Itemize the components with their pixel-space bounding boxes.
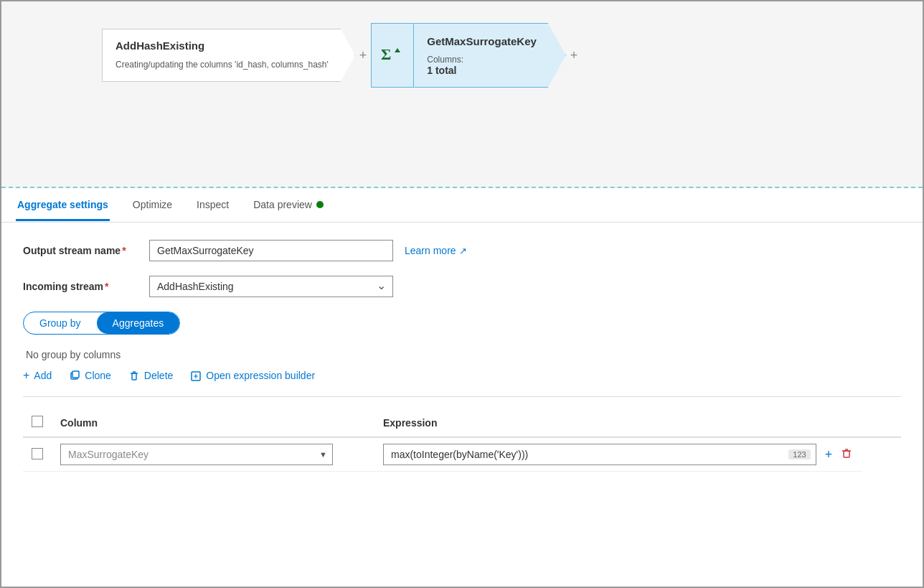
pipeline-nodes: AddHashExisting Creating/updating the co…	[102, 23, 582, 88]
open-builder-icon	[190, 369, 202, 382]
tab-optimize[interactable]: Optimize	[131, 190, 174, 221]
tab-inspect[interactable]: Inspect	[195, 190, 230, 221]
output-stream-input[interactable]	[149, 240, 393, 261]
toggle-section: Group by Aggregates	[23, 312, 901, 335]
expr-input-wrapper: 123	[383, 444, 816, 465]
incoming-stream-select[interactable]: AddHashExisting	[149, 276, 393, 297]
aggregate-sigma-icon: Σ	[380, 42, 405, 68]
delete-button[interactable]: Delete	[128, 369, 173, 382]
svg-marker-1	[395, 48, 400, 52]
connector-plus-right: +	[566, 48, 583, 63]
select-all-checkbox[interactable]	[32, 416, 43, 427]
settings-panel: Aggregate settings Optimize Inspect Data…	[1, 188, 923, 588]
node-add-hash-existing[interactable]: AddHashExisting Creating/updating the co…	[102, 29, 355, 82]
table-row: MaxSurrogateKey 123 +	[23, 437, 901, 472]
svg-rect-3	[72, 371, 79, 378]
add-button[interactable]: + Add	[23, 369, 52, 382]
th-column: Column	[52, 409, 374, 437]
expression-input[interactable]	[383, 444, 816, 465]
tab-aggregate-settings[interactable]: Aggregate settings	[16, 190, 110, 221]
node-title-add-hash: AddHashExisting	[116, 39, 329, 52]
row-actions: +	[824, 446, 854, 464]
row-add-button[interactable]: +	[824, 446, 834, 464]
expression-cell-wrapper: 123 +	[383, 444, 854, 465]
output-stream-required: *	[122, 245, 126, 256]
tabs-bar: Aggregate settings Optimize Inspect Data…	[1, 188, 923, 223]
tab-data-preview[interactable]: Data preview	[252, 190, 325, 221]
data-preview-dot	[316, 201, 324, 208]
node-columns-count: 1 total	[427, 65, 537, 76]
incoming-stream-required: *	[105, 281, 108, 292]
settings-content: Output stream name* Learn more ↗ Incomin…	[1, 223, 923, 588]
aggregate-icon-node[interactable]: Σ	[371, 23, 414, 88]
connector-plus-left: +	[355, 48, 372, 63]
column-select[interactable]: MaxSurrogateKey	[60, 444, 333, 465]
expression-badge: 123	[788, 449, 810, 459]
svg-text:Σ: Σ	[381, 45, 391, 63]
delete-icon	[128, 369, 140, 382]
incoming-stream-select-wrapper: AddHashExisting	[149, 276, 393, 297]
row-delete-button[interactable]	[839, 446, 854, 464]
node-desc-add-hash: Creating/updating the columns 'id_hash, …	[116, 59, 329, 71]
row-column-cell: MaxSurrogateKey	[52, 437, 374, 472]
clone-icon	[69, 369, 80, 382]
node-get-max-surrogate[interactable]: GetMaxSurrogateKey Columns: 1 total	[414, 23, 566, 88]
expression-table: Column Expression MaxSurrogateKey	[23, 409, 901, 472]
pipeline-canvas: AddHashExisting Creating/updating the co…	[1, 1, 923, 188]
group-aggregates-toggle: Group by Aggregates	[23, 312, 180, 335]
th-expression: Expression	[374, 409, 862, 437]
th-checkbox	[23, 409, 52, 437]
column-select-wrapper: MaxSurrogateKey	[60, 444, 333, 465]
output-stream-label: Output stream name*	[23, 245, 138, 256]
external-link-icon: ↗	[459, 246, 467, 256]
action-buttons-row: + Add Clone	[23, 369, 901, 382]
table-divider	[23, 396, 901, 397]
group-by-toggle-btn[interactable]: Group by	[24, 312, 97, 334]
row-checkbox-cell	[23, 437, 52, 472]
aggregates-toggle-btn[interactable]: Aggregates	[97, 312, 180, 334]
svg-rect-4	[132, 373, 136, 380]
row-checkbox[interactable]	[32, 448, 43, 459]
svg-rect-8	[844, 451, 849, 457]
output-stream-row: Output stream name* Learn more ↗	[23, 240, 901, 261]
table-header-row: Column Expression	[23, 409, 901, 437]
add-icon: +	[23, 369, 29, 382]
node-columns-label: Columns:	[427, 55, 537, 65]
no-groupby-message: No group by columns	[26, 349, 901, 360]
incoming-stream-row: Incoming stream* AddHashExisting	[23, 276, 901, 297]
row-expression-cell: 123 +	[374, 437, 862, 472]
clone-button[interactable]: Clone	[69, 369, 111, 382]
incoming-stream-label: Incoming stream*	[23, 281, 138, 292]
th-row-actions	[862, 409, 901, 437]
learn-more-link[interactable]: Learn more ↗	[405, 245, 467, 256]
node-title-get-max: GetMaxSurrogateKey	[427, 35, 537, 47]
open-expression-builder-button[interactable]: Open expression builder	[190, 369, 315, 382]
